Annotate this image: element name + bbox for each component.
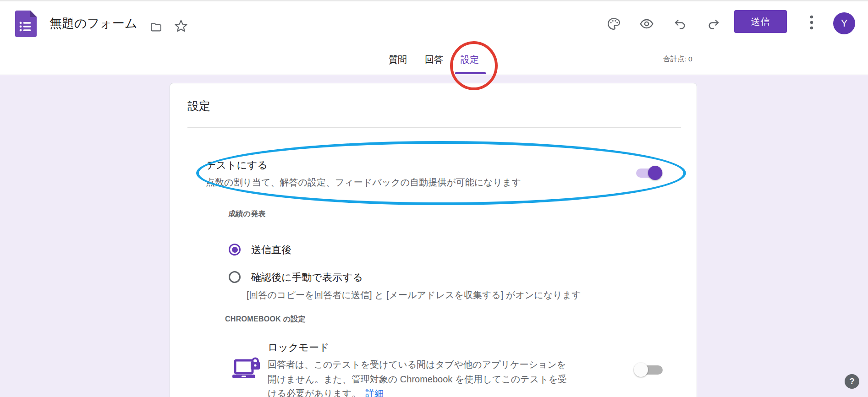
- total-points-label: 合計点: 0: [663, 54, 692, 64]
- lock-mode-description-line2: 開けません。また、管理対象の Chromebook を使用してこのテストを受: [268, 373, 567, 386]
- settings-card: 設定 テストにする 点数の割り当て、解答の設定、フィードバックの自動提供が可能に…: [170, 83, 697, 397]
- red-circle-annotation: [450, 41, 498, 90]
- lock-mode-description-line3: ける必要があります。詳細: [268, 387, 384, 397]
- learn-more-link[interactable]: 詳細: [365, 388, 384, 397]
- radio-selected-dot: [232, 247, 238, 253]
- radio-release-immediately-label[interactable]: 送信直後: [251, 243, 291, 257]
- tab-questions[interactable]: 質問: [389, 54, 407, 66]
- radio-release-later-label[interactable]: 確認後に手動で表示する: [251, 271, 363, 284]
- card-divider: [187, 127, 681, 128]
- grades-section-label: 成績の発表: [228, 209, 266, 219]
- form-title[interactable]: 無題のフォーム: [49, 15, 137, 32]
- redo-icon[interactable]: [706, 16, 721, 31]
- radio-release-later-description: [回答のコピーを回答者に送信] と [メールアドレスを収集する] がオンになりま…: [247, 289, 581, 301]
- header-bar: 無題のフォーム: [0, 1, 868, 75]
- move-to-folder-icon[interactable]: [148, 20, 163, 34]
- radio-release-immediately[interactable]: [229, 244, 241, 256]
- laptop-lock-icon: [232, 357, 261, 383]
- lock-mode-description-line3-text: ける必要があります。: [268, 388, 361, 397]
- lock-mode-title: ロックモード: [268, 341, 330, 354]
- content-background: 設定 テストにする 点数の割り当て、解答の設定、フィードバックの自動提供が可能に…: [0, 75, 868, 397]
- blue-ellipse-annotation: [196, 141, 686, 205]
- chromebook-section-label: CHROMEBOOK の設定: [225, 315, 306, 324]
- lock-mode-description-line1: 回答者は、このテストを受けている間はタブや他のアプリケーションを: [268, 359, 566, 371]
- tab-responses[interactable]: 回答: [425, 54, 443, 66]
- send-button[interactable]: 送信: [734, 10, 787, 33]
- account-avatar[interactable]: Y: [833, 12, 855, 34]
- more-options-kebab-icon[interactable]: [806, 14, 818, 32]
- settings-heading: 設定: [187, 98, 210, 114]
- preview-eye-icon[interactable]: [639, 16, 654, 31]
- google-forms-settings-page: 無題のフォーム: [0, 0, 868, 397]
- undo-icon[interactable]: [673, 16, 687, 31]
- lock-mode-toggle-thumb[interactable]: [634, 363, 648, 377]
- help-button[interactable]: ?: [845, 374, 859, 389]
- customize-theme-palette-icon[interactable]: [606, 16, 621, 31]
- star-icon[interactable]: [174, 19, 188, 33]
- radio-release-later[interactable]: [229, 271, 241, 283]
- forms-logo-icon[interactable]: [15, 11, 37, 39]
